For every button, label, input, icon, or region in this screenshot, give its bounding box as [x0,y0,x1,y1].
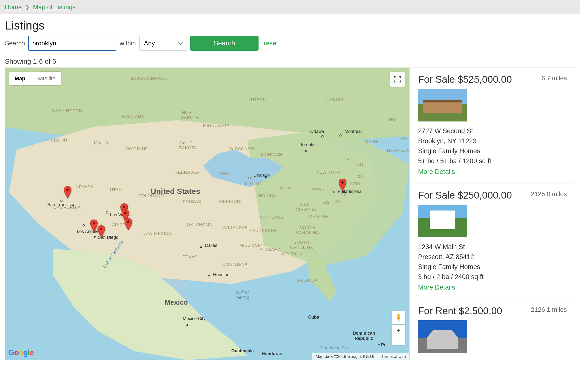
within-label: within [120,39,136,47]
search-row: Search within Any Search reset [5,36,575,51]
listing-address-line2: Brooklyn, NY 11223 [418,136,567,146]
reset-link[interactable]: reset [264,39,278,47]
svg-point-2 [100,228,102,231]
breadcrumb: Home ❯ Map of Listings [0,0,580,14]
city-dot [305,150,307,152]
zoom-in-button[interactable]: + [392,325,405,335]
fullscreen-button[interactable] [390,72,405,87]
listing-thumbnail[interactable] [418,89,467,122]
svg-point-1 [92,222,95,225]
svg-point-7 [397,314,400,316]
city-dot [378,344,380,347]
page-header: Listings Search within Any Search reset [0,14,580,53]
map-type-satellite-button[interactable]: Satellite [31,72,61,85]
listing-type: Single Family Homes [418,262,567,272]
pegman-icon [396,313,401,322]
map-pin[interactable] [64,186,71,198]
listing-type: Single Family Homes [418,146,567,156]
svg-point-6 [341,181,344,184]
listing-address-line2: Prescott, AZ 85412 [418,252,567,262]
map-pane[interactable]: United States Mexico BRITISH BIA SASKATC… [5,68,409,360]
listing-thumbnail[interactable] [418,205,467,237]
within-select[interactable]: Any [139,36,187,51]
zoom-out-button[interactable]: − [392,335,405,345]
listing-distance: 6.7 miles [542,74,567,82]
page-title: Listings [5,19,575,32]
breadcrumb-current[interactable]: Map of Listings [33,3,76,11]
map-attribution: Map data ©2018 Google, INEGI Terms of Us… [312,353,409,360]
listing-address-line1: 1234 W Main St [418,242,567,252]
svg-rect-10 [399,319,400,321]
breadcrumb-home[interactable]: Home [5,3,22,11]
svg-rect-9 [398,319,398,321]
city-dot [106,211,108,213]
more-details-link[interactable]: More Details [418,168,455,176]
city-dot [208,275,210,278]
result-count: Showing 1-6 of 6 [0,53,580,67]
listing-stats: 3 bd / 2 ba / 2400 sq ft [418,272,567,282]
main-split: United States Mexico BRITISH BIA SASKATC… [5,67,575,360]
city-dot [60,200,63,202]
map-pin[interactable] [338,179,346,191]
map-pin[interactable] [90,220,98,231]
svg-point-5 [127,221,130,223]
listing-address-line1: 2727 W Second St [418,126,567,136]
map-pin[interactable] [97,225,105,237]
map-type-toggle: Map Satellite [9,72,61,85]
search-label: Search [5,39,25,47]
listing-item: For Sale $525,000.00 6.7 miles 2727 W Se… [410,68,575,183]
listing-item: For Rent $2,500.00 2126.1 miles [410,299,575,360]
listing-distance: 2126.1 miles [531,306,567,313]
map-type-map-button[interactable]: Map [9,72,31,85]
city-dot [321,135,323,137]
city-dot [249,177,251,179]
city-dot [94,236,96,238]
city-dot [200,246,202,248]
pegman-button[interactable] [392,311,405,324]
city-dot [83,224,85,227]
city-dot [339,134,342,136]
listing-panel[interactable]: For Sale $525,000.00 6.7 miles 2727 W Se… [409,68,575,360]
svg-point-3 [123,206,126,209]
search-button[interactable]: Search [190,36,259,51]
listing-stats: 5+ bd / 5+ ba / 1200 sq ft [418,156,567,166]
fullscreen-icon [394,76,401,82]
svg-point-0 [66,188,69,191]
listing-distance: 2125.0 miles [531,190,567,198]
svg-rect-8 [397,316,400,320]
listing-item: For Sale $250,000.00 2125.0 miles 1234 W… [410,183,575,299]
map-terms-link[interactable]: Terms of Use [378,353,409,360]
search-input[interactable] [28,36,116,51]
map-attribution-text: Map data ©2018 Google, INEGI [312,353,378,360]
svg-point-4 [124,212,127,214]
city-dot [333,191,336,193]
zoom-control: + − [392,325,405,345]
map-pin[interactable] [124,218,132,230]
city-dot [186,324,188,326]
chevron-right-icon: ❯ [25,4,29,10]
more-details-link[interactable]: More Details [418,284,455,291]
listing-thumbnail[interactable] [418,320,467,353]
